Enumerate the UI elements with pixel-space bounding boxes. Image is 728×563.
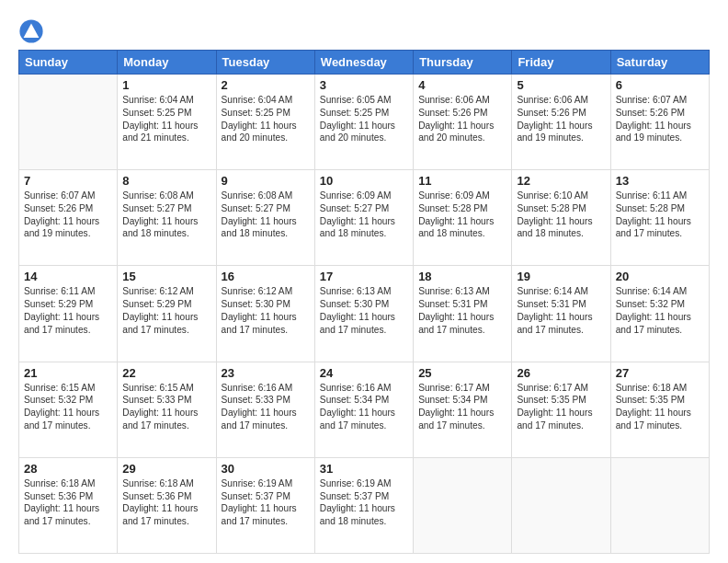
day-number: 15 <box>122 270 210 283</box>
logo-icon <box>18 18 44 44</box>
day-number: 28 <box>24 462 112 476</box>
calendar-cell: 27Sunrise: 6:18 AM Sunset: 5:35 PM Dayli… <box>610 362 709 457</box>
day-number: 9 <box>222 174 310 188</box>
day-info: Sunrise: 6:16 AM Sunset: 5:33 PM Dayligh… <box>222 382 310 432</box>
calendar-cell: 17Sunrise: 6:13 AM Sunset: 5:30 PM Dayli… <box>314 266 413 362</box>
day-info: Sunrise: 6:08 AM Sunset: 5:27 PM Dayligh… <box>222 190 310 240</box>
day-number: 26 <box>517 366 605 380</box>
calendar-cell: 25Sunrise: 6:17 AM Sunset: 5:34 PM Dayli… <box>414 362 512 457</box>
day-info: Sunrise: 6:07 AM Sunset: 5:26 PM Dayligh… <box>24 190 112 240</box>
calendar-cell: 13Sunrise: 6:11 AM Sunset: 5:28 PM Dayli… <box>610 170 709 266</box>
day-info: Sunrise: 6:18 AM Sunset: 5:36 PM Dayligh… <box>24 477 112 528</box>
calendar-cell: 24Sunrise: 6:16 AM Sunset: 5:34 PM Dayli… <box>314 362 413 457</box>
day-info: Sunrise: 6:06 AM Sunset: 5:26 PM Dayligh… <box>517 94 605 144</box>
day-number: 11 <box>418 174 506 188</box>
day-info: Sunrise: 6:10 AM Sunset: 5:28 PM Dayligh… <box>517 190 605 240</box>
day-info: Sunrise: 6:17 AM Sunset: 5:34 PM Dayligh… <box>418 382 506 432</box>
day-info: Sunrise: 6:11 AM Sunset: 5:29 PM Dayligh… <box>24 285 112 336</box>
day-info: Sunrise: 6:06 AM Sunset: 5:26 PM Dayligh… <box>418 94 506 144</box>
calendar-cell: 29Sunrise: 6:18 AM Sunset: 5:36 PM Dayli… <box>118 457 216 553</box>
day-info: Sunrise: 6:09 AM Sunset: 5:28 PM Dayligh… <box>418 190 506 240</box>
calendar-week-row: 14Sunrise: 6:11 AM Sunset: 5:29 PM Dayli… <box>19 266 710 362</box>
calendar-cell: 28Sunrise: 6:18 AM Sunset: 5:36 PM Dayli… <box>19 457 118 553</box>
day-number: 14 <box>24 270 112 283</box>
calendar-week-row: 7Sunrise: 6:07 AM Sunset: 5:26 PM Daylig… <box>19 170 710 266</box>
header-day-wednesday: Wednesday <box>314 51 413 75</box>
calendar-cell: 21Sunrise: 6:15 AM Sunset: 5:32 PM Dayli… <box>19 362 118 457</box>
calendar-week-row: 28Sunrise: 6:18 AM Sunset: 5:36 PM Dayli… <box>19 457 710 553</box>
day-info: Sunrise: 6:11 AM Sunset: 5:28 PM Dayligh… <box>616 190 704 240</box>
day-number: 19 <box>517 270 605 283</box>
day-info: Sunrise: 6:12 AM Sunset: 5:30 PM Dayligh… <box>222 285 310 336</box>
day-number: 25 <box>418 366 506 380</box>
day-number: 21 <box>24 366 112 380</box>
calendar-cell: 9Sunrise: 6:08 AM Sunset: 5:27 PM Daylig… <box>216 170 314 266</box>
header-day-sunday: Sunday <box>19 51 118 75</box>
day-info: Sunrise: 6:04 AM Sunset: 5:25 PM Dayligh… <box>222 94 310 144</box>
calendar-week-row: 21Sunrise: 6:15 AM Sunset: 5:32 PM Dayli… <box>19 362 710 457</box>
day-info: Sunrise: 6:14 AM Sunset: 5:32 PM Dayligh… <box>616 285 704 336</box>
day-info: Sunrise: 6:16 AM Sunset: 5:34 PM Dayligh… <box>320 382 408 432</box>
day-number: 2 <box>222 78 310 92</box>
calendar-header-row: SundayMondayTuesdayWednesdayThursdayFrid… <box>19 51 710 75</box>
day-number: 27 <box>616 366 704 380</box>
header-day-thursday: Thursday <box>414 51 512 75</box>
day-info: Sunrise: 6:04 AM Sunset: 5:25 PM Dayligh… <box>122 94 210 144</box>
calendar-cell: 3Sunrise: 6:05 AM Sunset: 5:25 PM Daylig… <box>314 75 413 170</box>
header-day-saturday: Saturday <box>610 51 709 75</box>
calendar-cell: 20Sunrise: 6:14 AM Sunset: 5:32 PM Dayli… <box>610 266 709 362</box>
day-info: Sunrise: 6:07 AM Sunset: 5:26 PM Dayligh… <box>616 94 704 144</box>
calendar-cell: 7Sunrise: 6:07 AM Sunset: 5:26 PM Daylig… <box>19 170 118 266</box>
day-number: 6 <box>616 78 704 92</box>
calendar-cell: 31Sunrise: 6:19 AM Sunset: 5:37 PM Dayli… <box>314 457 413 553</box>
day-number: 23 <box>222 366 310 380</box>
day-info: Sunrise: 6:14 AM Sunset: 5:31 PM Dayligh… <box>517 285 605 336</box>
day-number: 7 <box>24 174 112 188</box>
calendar-cell <box>512 457 610 553</box>
calendar-week-row: 1Sunrise: 6:04 AM Sunset: 5:25 PM Daylig… <box>19 75 710 170</box>
header-day-friday: Friday <box>512 51 610 75</box>
day-info: Sunrise: 6:19 AM Sunset: 5:37 PM Dayligh… <box>320 477 408 528</box>
day-info: Sunrise: 6:15 AM Sunset: 5:32 PM Dayligh… <box>24 382 112 432</box>
day-number: 30 <box>222 462 310 476</box>
day-number: 22 <box>122 366 210 380</box>
calendar-cell: 6Sunrise: 6:07 AM Sunset: 5:26 PM Daylig… <box>610 75 709 170</box>
header <box>18 17 710 44</box>
calendar-cell: 19Sunrise: 6:14 AM Sunset: 5:31 PM Dayli… <box>512 266 610 362</box>
calendar-cell: 8Sunrise: 6:08 AM Sunset: 5:27 PM Daylig… <box>118 170 216 266</box>
calendar-cell: 18Sunrise: 6:13 AM Sunset: 5:31 PM Dayli… <box>414 266 512 362</box>
day-number: 17 <box>320 270 408 283</box>
day-info: Sunrise: 6:15 AM Sunset: 5:33 PM Dayligh… <box>122 382 210 432</box>
calendar-cell: 5Sunrise: 6:06 AM Sunset: 5:26 PM Daylig… <box>512 75 610 170</box>
header-day-tuesday: Tuesday <box>216 51 314 75</box>
calendar-cell: 12Sunrise: 6:10 AM Sunset: 5:28 PM Dayli… <box>512 170 610 266</box>
day-info: Sunrise: 6:18 AM Sunset: 5:36 PM Dayligh… <box>122 477 210 528</box>
calendar-cell <box>19 75 118 170</box>
calendar-cell: 23Sunrise: 6:16 AM Sunset: 5:33 PM Dayli… <box>216 362 314 457</box>
calendar-cell: 16Sunrise: 6:12 AM Sunset: 5:30 PM Dayli… <box>216 266 314 362</box>
day-number: 5 <box>517 78 605 92</box>
day-info: Sunrise: 6:09 AM Sunset: 5:27 PM Dayligh… <box>320 190 408 240</box>
day-number: 20 <box>616 270 704 283</box>
day-number: 12 <box>517 174 605 188</box>
calendar-cell <box>414 457 512 553</box>
day-number: 1 <box>122 78 210 92</box>
day-info: Sunrise: 6:12 AM Sunset: 5:29 PM Dayligh… <box>122 285 210 336</box>
calendar-cell: 22Sunrise: 6:15 AM Sunset: 5:33 PM Dayli… <box>118 362 216 457</box>
header-day-monday: Monday <box>118 51 216 75</box>
day-number: 8 <box>122 174 210 188</box>
calendar-cell: 4Sunrise: 6:06 AM Sunset: 5:26 PM Daylig… <box>414 75 512 170</box>
logo <box>18 18 48 44</box>
day-number: 13 <box>616 174 704 188</box>
day-number: 16 <box>222 270 310 283</box>
calendar-table: SundayMondayTuesdayWednesdayThursdayFrid… <box>18 50 710 554</box>
day-number: 10 <box>320 174 408 188</box>
day-info: Sunrise: 6:13 AM Sunset: 5:30 PM Dayligh… <box>320 285 408 336</box>
calendar-cell: 11Sunrise: 6:09 AM Sunset: 5:28 PM Dayli… <box>414 170 512 266</box>
day-number: 31 <box>320 462 408 476</box>
day-info: Sunrise: 6:19 AM Sunset: 5:37 PM Dayligh… <box>222 477 310 528</box>
day-info: Sunrise: 6:18 AM Sunset: 5:35 PM Dayligh… <box>616 382 704 432</box>
day-info: Sunrise: 6:05 AM Sunset: 5:25 PM Dayligh… <box>320 94 408 144</box>
day-info: Sunrise: 6:08 AM Sunset: 5:27 PM Dayligh… <box>122 190 210 240</box>
page: SundayMondayTuesdayWednesdayThursdayFrid… <box>0 0 728 563</box>
